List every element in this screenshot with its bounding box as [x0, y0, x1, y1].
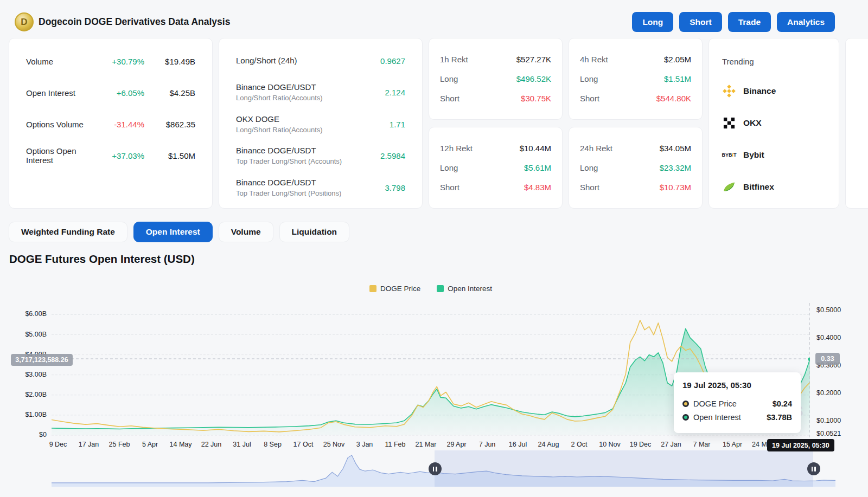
rekt-total-value: $2.05M: [664, 55, 691, 64]
navigator-right-handle-pause-icon[interactable]: [807, 462, 820, 475]
ratio-row: Long/Short (24h)0.9627: [236, 45, 405, 77]
stats-value: $4.25B: [144, 88, 195, 98]
rekt-long-value: $5.61M: [524, 163, 551, 172]
tooltip-row: Open Interest$3.78B: [682, 410, 792, 424]
navigator-selected-range[interactable]: [435, 450, 813, 487]
open-interest-area: [52, 328, 810, 435]
trending-item-label: Binance: [743, 86, 776, 96]
legend-item-doge-price[interactable]: DOGE Price: [369, 285, 420, 293]
x-axis-tick: 2 Oct: [571, 441, 588, 448]
left-axis-tick: $1.00B: [0, 411, 47, 418]
x-axis-tick: 25 Feb: [109, 441, 130, 448]
trending-item-label: Bybit: [743, 150, 764, 160]
ratio-value: 3.798: [385, 183, 405, 192]
x-axis-tick: 27 Jan: [661, 441, 681, 448]
rekt-long-value: $496.52K: [516, 74, 551, 83]
x-axis-tick: 24 Aug: [538, 441, 559, 448]
rekt-long-label: Long: [580, 74, 598, 83]
stats-label: Options Volume: [26, 120, 98, 129]
x-axis-tick: 17 Jan: [79, 441, 99, 448]
tooltip-date: 19 Jul 2025, 05:30: [682, 380, 792, 390]
rekt-total-value: $10.44M: [520, 144, 551, 153]
tab-liquidation[interactable]: Liquidation: [279, 222, 350, 242]
x-axis-tick: 25 Nov: [323, 441, 345, 448]
x-axis-tick: 16 Jul: [509, 441, 527, 448]
right-axis-tick: $0.5000: [816, 306, 841, 314]
rekt-total-value: $527.27K: [516, 55, 551, 64]
x-axis-tick: 3 Jan: [356, 441, 373, 448]
rekt-short-label: Short: [440, 94, 459, 103]
tab-volume[interactable]: Volume: [219, 222, 273, 242]
tab-open-interest[interactable]: Open Interest: [133, 222, 213, 242]
stats-row: Volume+30.79%$19.49B: [26, 46, 195, 77]
x-axis-tick: 19 Dec: [630, 441, 652, 448]
stats-row: Open Interest+6.05%$4.25B: [26, 77, 195, 108]
right-axis-tick: $0.2000: [816, 389, 841, 397]
ratio-label: Binance DOGE/USDT: [236, 146, 380, 156]
volume-stats-card: Volume+30.79%$19.49BOpen Interest+6.05%$…: [9, 38, 213, 209]
trending-item-binance[interactable]: Binance: [722, 84, 826, 98]
long-short-ratio-card: Long/Short (24h)0.9627Binance DOGE/USDTL…: [219, 38, 423, 209]
tooltip-series-label: DOGE Price: [693, 399, 773, 408]
ratio-value: 0.9627: [380, 56, 405, 66]
legend-item-open-interest[interactable]: Open Interest: [437, 285, 492, 293]
chart-legend: DOGE PriceOpen Interest: [52, 285, 810, 293]
page: { "header": { "title": "Dogecoin DOGE De…: [0, 0, 868, 497]
x-axis-tick: 5 Apr: [142, 441, 158, 448]
x-axis-tick: 8 Sep: [264, 441, 282, 448]
stats-change: +30.79%: [98, 57, 144, 66]
navigator-left-handle-pause-icon[interactable]: [429, 462, 442, 475]
binance-icon: [722, 84, 736, 98]
tooltip-series-label: Open Interest: [693, 413, 767, 422]
stats-row: Options Volume-31.44%$862.35: [26, 108, 195, 140]
rekt-short-label: Short: [440, 183, 459, 192]
ratio-sublabel: Top Trader Long/Short (Accounts): [236, 157, 380, 166]
header-buttons: LongShortTradeAnalytics: [632, 12, 835, 32]
x-axis-tick: 17 Oct: [293, 441, 314, 448]
stats-change: +37.03%: [98, 151, 144, 160]
bybit-icon: BYBIT: [722, 148, 736, 162]
rekt-total-value: $34.05M: [660, 144, 691, 153]
header-button-short[interactable]: Short: [679, 12, 722, 32]
open-interest-chart[interactable]: [52, 303, 810, 440]
right-axis-crosshair-badge: 0.33: [815, 353, 840, 365]
x-axis-tick: 11 Feb: [385, 441, 406, 448]
trending-item-bitfinex[interactable]: Bitfinex: [722, 180, 826, 194]
tooltip-series-dot: [682, 414, 689, 421]
okx-icon: [722, 116, 736, 130]
legend-label: Open Interest: [448, 285, 492, 293]
header-button-analytics[interactable]: Analytics: [777, 12, 835, 32]
legend-swatch: [437, 285, 444, 292]
left-axis-tick: $0: [0, 431, 47, 438]
ratio-value: 1.71: [390, 120, 405, 129]
stats-value: $1.50M: [144, 151, 195, 160]
legend-label: DOGE Price: [380, 285, 420, 293]
right-axis-tick: $0.3000: [816, 362, 841, 369]
rekt-short-value: $4.83M: [524, 183, 551, 192]
ratio-row: OKX DOGELong/Short Ratio(Accounts)1.71: [236, 108, 405, 140]
header-button-long[interactable]: Long: [632, 12, 673, 32]
stats-cards-row: Volume+30.79%$19.49BOpen Interest+6.05%$…: [9, 38, 868, 209]
x-axis-tick: 22 Jun: [201, 441, 222, 448]
x-axis-tick: 7 Mar: [693, 441, 711, 448]
rekt-short-value: $30.75K: [521, 94, 551, 103]
tab-weighted-funding-rate[interactable]: Weighted Funding Rate: [9, 222, 127, 242]
crosshair-date-badge: 19 Jul 2025, 05:30: [767, 439, 834, 451]
trending-item-bybit[interactable]: BYBITBybit: [722, 148, 826, 162]
rekt-title: 1h Rekt: [440, 55, 468, 64]
rekt-short-label: Short: [580, 94, 599, 103]
stats-value: $19.49B: [144, 57, 195, 66]
x-axis-tick: 9 Dec: [49, 441, 67, 448]
ratio-sublabel: Long/Short Ratio(Accounts): [236, 126, 390, 134]
doge-price-line: [52, 320, 810, 432]
ratio-label: Binance DOGE/USDT: [236, 82, 385, 93]
x-axis-tick: 10 Nov: [599, 441, 621, 448]
header-button-trade[interactable]: Trade: [728, 12, 771, 32]
page-title: Dogecoin DOGE Derivatives Data Analysis: [39, 16, 230, 28]
trending-item-okx[interactable]: OKX: [722, 116, 826, 130]
tooltip-series-value: $0.24: [773, 399, 792, 408]
stats-label: Open Interest: [26, 88, 98, 98]
rekt-title: 12h Rekt: [440, 144, 473, 153]
stats-label: Options Open Interest: [26, 146, 98, 165]
rekt-title: 4h Rekt: [580, 55, 608, 64]
